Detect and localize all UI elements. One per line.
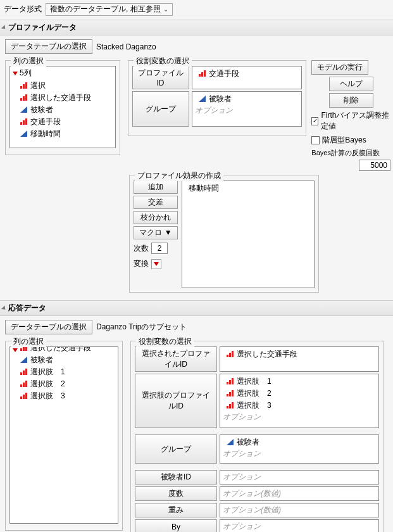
by-target[interactable]: オプション xyxy=(220,519,379,532)
run-model-button[interactable]: モデルの実行 xyxy=(311,60,368,75)
response-table-name: Daganzo Tripのサブセット xyxy=(96,322,187,332)
list-item[interactable]: 選択した交通手段 xyxy=(10,92,115,104)
nominal-icon xyxy=(227,402,234,410)
profile-table-name: Stacked Daganzo xyxy=(96,42,156,51)
list-item[interactable]: 選択した交通手段 xyxy=(223,348,376,360)
continuous-icon xyxy=(199,96,206,103)
response-role-legend: 役割変数の選択 xyxy=(136,336,194,347)
profile-col-count-row[interactable]: 5列 xyxy=(10,66,115,80)
disclosure-icon xyxy=(1,25,7,30)
list-item[interactable]: 選択 xyxy=(10,80,115,92)
firth-checkbox-row[interactable]: ✓ Firthバイアス調整推定値 xyxy=(311,110,390,132)
response-table-select-button[interactable]: データテーブルの選択 xyxy=(5,320,92,334)
response-group-target[interactable]: 被験者 オプション xyxy=(220,434,379,464)
list-item-label: 選択肢 2 xyxy=(237,388,271,399)
nominal-icon xyxy=(227,378,234,386)
choice-profile-id-button[interactable]: 選択肢のプロファイルID xyxy=(135,374,217,428)
weight-button[interactable]: 重み xyxy=(135,503,217,517)
list-item[interactable]: 選択肢 2 xyxy=(10,378,118,390)
transform-menu-button[interactable] xyxy=(151,259,161,269)
nominal-icon xyxy=(199,70,206,78)
list-item-label: 被験者 xyxy=(209,94,232,104)
bayes-iter-input[interactable]: 5000 xyxy=(359,160,390,171)
selected-profile-id-target[interactable]: 選択した交通手段 xyxy=(220,346,379,372)
weight-target[interactable]: オプション(数値) xyxy=(220,503,379,517)
red-triangle-icon xyxy=(13,348,18,352)
list-item-label: 選択肢 1 xyxy=(237,376,271,387)
response-col-listbox[interactable]: 選択した交通手段被験者選択肢 1選択肢 2選択肢 3 xyxy=(9,346,118,524)
selected-profile-id-button[interactable]: 選択されたプロファイルID xyxy=(135,346,217,372)
dataformat-dropdown[interactable]: 複数のデータテーブル, 相互参照 ⌄ xyxy=(46,3,173,16)
bayes-checkbox-row[interactable]: 階層型Bayes xyxy=(311,134,390,146)
bayes-label: 階層型Bayes xyxy=(322,135,366,146)
list-item-label: 選択 xyxy=(30,80,46,91)
profile-group-button[interactable]: グループ xyxy=(132,91,189,127)
effects-macro-button[interactable]: マクロ ▼ xyxy=(134,226,178,239)
effects-listbox[interactable]: 移動時間 xyxy=(182,180,315,288)
degree-input[interactable]: 2 xyxy=(151,243,168,254)
chevron-down-icon: ⌄ xyxy=(163,6,168,13)
list-item-label: 選択した交通手段 xyxy=(30,92,91,103)
firth-checkbox[interactable]: ✓ xyxy=(311,117,318,125)
list-item[interactable]: 選択肢 1 xyxy=(223,376,376,388)
list-item[interactable]: 被験者 xyxy=(10,104,115,116)
list-item[interactable]: 選択肢 1 xyxy=(10,366,118,378)
effects-legend: プロファイル効果の作成 xyxy=(135,170,223,181)
nominal-icon xyxy=(20,94,28,102)
list-item-label: 被験者 xyxy=(237,437,259,448)
profile-group-target[interactable]: 被験者 オプション xyxy=(192,91,303,127)
effects-nest-button[interactable]: 枝分かれ xyxy=(134,211,178,224)
profile-section-header[interactable]: プロファイルデータ xyxy=(0,20,393,35)
list-item[interactable]: 交通手段 xyxy=(195,68,299,80)
response-title: 応答データ xyxy=(8,303,46,314)
freq-target[interactable]: オプション(数値) xyxy=(220,486,379,501)
choice-profile-id-target[interactable]: 選択肢 1選択肢 2選択肢 3 オプション xyxy=(220,374,379,428)
list-item[interactable]: 被験者 xyxy=(10,354,118,366)
list-item-label: 被験者 xyxy=(30,104,53,115)
list-item-label: 選択した交通手段 xyxy=(237,349,297,360)
nominal-icon xyxy=(20,381,28,388)
nominal-icon xyxy=(20,393,28,400)
list-item[interactable]: 被験者 xyxy=(223,436,376,448)
list-item[interactable]: 選択肢 3 xyxy=(10,390,118,402)
dataformat-label: データ形式 xyxy=(4,4,42,15)
freq-button[interactable]: 度数 xyxy=(135,486,217,501)
nominal-icon xyxy=(20,118,28,126)
nominal-icon xyxy=(227,351,234,358)
list-item-label: 選択肢 3 xyxy=(30,391,65,402)
subject-id-button[interactable]: 被験者ID xyxy=(135,470,217,484)
disclosure-icon xyxy=(1,305,7,311)
profile-id-button[interactable]: プロファイルID xyxy=(132,66,189,89)
response-group-button[interactable]: グループ xyxy=(135,434,217,464)
bayes-iter-label: Bayes計算の反復回数 xyxy=(311,148,380,158)
continuous-icon xyxy=(20,106,28,114)
list-item-label: 被験者 xyxy=(30,355,53,365)
list-item-label: 選択肢 2 xyxy=(30,379,65,390)
remove-button[interactable]: 削除 xyxy=(329,93,373,108)
list-item-label: 交通手段 xyxy=(30,117,61,127)
transform-label: 変換 xyxy=(134,258,149,269)
nominal-icon xyxy=(20,369,28,376)
list-item[interactable]: 被験者 xyxy=(195,93,299,105)
nominal-icon xyxy=(20,82,28,90)
profile-col-listbox[interactable]: 5列 選択選択した交通手段被験者交通手段移動時間 xyxy=(9,66,116,148)
response-section-header[interactable]: 応答データ xyxy=(0,301,393,316)
effects-cross-button[interactable]: 交差 xyxy=(134,196,178,209)
bayes-checkbox[interactable] xyxy=(311,136,320,144)
response-group-placeholder: オプション xyxy=(223,448,376,459)
list-item-label: 選択肢 1 xyxy=(30,367,65,377)
list-item[interactable]: 選択肢 2 xyxy=(223,388,376,400)
list-item[interactable]: 選択肢 3 xyxy=(223,400,376,412)
list-item[interactable]: 選択した交通手段 xyxy=(10,346,118,354)
degree-label: 次数 xyxy=(134,243,149,254)
profile-table-select-button[interactable]: データテーブルの選択 xyxy=(5,39,92,54)
subject-id-target[interactable]: オプション xyxy=(220,470,379,484)
effects-add-button[interactable]: 追加 xyxy=(134,180,178,194)
continuous-icon xyxy=(20,357,28,364)
profile-id-target[interactable]: 交通手段 xyxy=(192,66,303,89)
list-item[interactable]: 移動時間 xyxy=(185,182,311,194)
help-button[interactable]: ヘルプ xyxy=(329,77,373,91)
by-button[interactable]: By xyxy=(135,519,217,532)
list-item[interactable]: 移動時間 xyxy=(10,128,115,140)
list-item[interactable]: 交通手段 xyxy=(10,116,115,128)
